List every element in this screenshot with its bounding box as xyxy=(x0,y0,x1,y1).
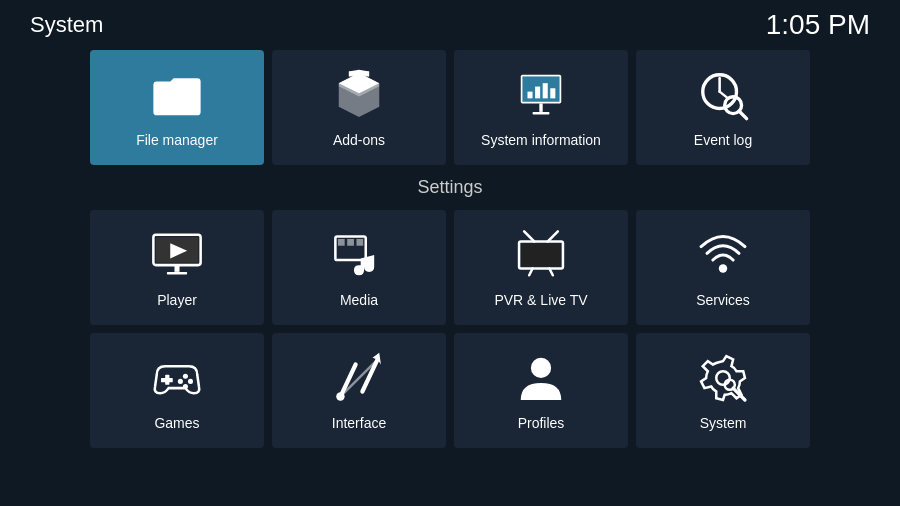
svg-line-12 xyxy=(739,111,747,119)
svg-rect-23 xyxy=(522,244,561,266)
svg-point-28 xyxy=(719,264,727,272)
profiles-icon xyxy=(514,351,568,405)
svg-rect-20 xyxy=(347,238,354,245)
top-row: File manager Add-ons xyxy=(90,50,810,165)
settings-section: Settings xyxy=(90,173,810,448)
clock: 1:05 PM xyxy=(766,9,870,41)
page-title: System xyxy=(30,12,103,38)
svg-rect-19 xyxy=(338,238,345,245)
player-label: Player xyxy=(157,292,197,308)
tile-games[interactable]: Games xyxy=(90,333,264,448)
tile-event-log[interactable]: Event log xyxy=(636,50,810,165)
svg-rect-30 xyxy=(161,378,173,382)
games-icon xyxy=(150,351,204,405)
svg-point-33 xyxy=(183,383,188,388)
svg-rect-4 xyxy=(543,83,548,98)
svg-point-41 xyxy=(716,371,730,385)
tile-pvr-live-tv[interactable]: PVR & Live TV xyxy=(454,210,628,325)
system-information-icon xyxy=(514,68,568,122)
add-ons-icon xyxy=(332,68,386,122)
svg-rect-21 xyxy=(356,238,363,245)
svg-rect-5 xyxy=(550,88,555,98)
event-log-label: Event log xyxy=(694,132,752,148)
tile-system[interactable]: System xyxy=(636,333,810,448)
svg-line-24 xyxy=(524,231,534,241)
file-manager-label: File manager xyxy=(136,132,218,148)
svg-line-35 xyxy=(340,364,355,396)
services-icon xyxy=(696,228,750,282)
svg-rect-3 xyxy=(535,86,540,98)
settings-rows: Player Me xyxy=(90,210,810,448)
top-bar: System 1:05 PM xyxy=(0,0,900,50)
svg-point-31 xyxy=(183,373,188,378)
interface-label: Interface xyxy=(332,415,386,431)
media-label: Media xyxy=(340,292,378,308)
tile-profiles[interactable]: Profiles xyxy=(454,333,628,448)
event-log-icon xyxy=(696,68,750,122)
svg-point-38 xyxy=(336,392,344,400)
svg-rect-6 xyxy=(539,103,542,111)
svg-rect-2 xyxy=(528,91,533,98)
settings-row-1: Player Me xyxy=(90,210,810,325)
svg-rect-7 xyxy=(533,111,550,114)
player-icon xyxy=(150,228,204,282)
profiles-label: Profiles xyxy=(518,415,565,431)
settings-row-2: Games Int xyxy=(90,333,810,448)
svg-line-36 xyxy=(362,359,377,391)
interface-icon xyxy=(332,351,386,405)
media-icon xyxy=(332,228,386,282)
tile-interface[interactable]: Interface xyxy=(272,333,446,448)
svg-point-40 xyxy=(531,357,551,377)
system-icon xyxy=(696,351,750,405)
tile-add-ons[interactable]: Add-ons xyxy=(272,50,446,165)
settings-header: Settings xyxy=(90,173,810,202)
tile-services[interactable]: Services xyxy=(636,210,810,325)
file-manager-icon xyxy=(150,68,204,122)
add-ons-label: Add-ons xyxy=(333,132,385,148)
services-label: Services xyxy=(696,292,750,308)
pvr-label: PVR & Live TV xyxy=(494,292,587,308)
tile-file-manager[interactable]: File manager xyxy=(90,50,264,165)
svg-point-32 xyxy=(188,378,193,383)
svg-point-34 xyxy=(178,378,183,383)
pvr-icon xyxy=(514,228,568,282)
tile-system-information[interactable]: System information xyxy=(454,50,628,165)
main-content: File manager Add-ons xyxy=(0,50,900,448)
svg-rect-17 xyxy=(167,271,187,274)
system-label: System xyxy=(700,415,747,431)
tile-media[interactable]: Media xyxy=(272,210,446,325)
tile-player[interactable]: Player xyxy=(90,210,264,325)
games-label: Games xyxy=(154,415,199,431)
svg-rect-16 xyxy=(174,265,179,272)
system-information-label: System information xyxy=(481,132,601,148)
svg-line-25 xyxy=(548,231,558,241)
